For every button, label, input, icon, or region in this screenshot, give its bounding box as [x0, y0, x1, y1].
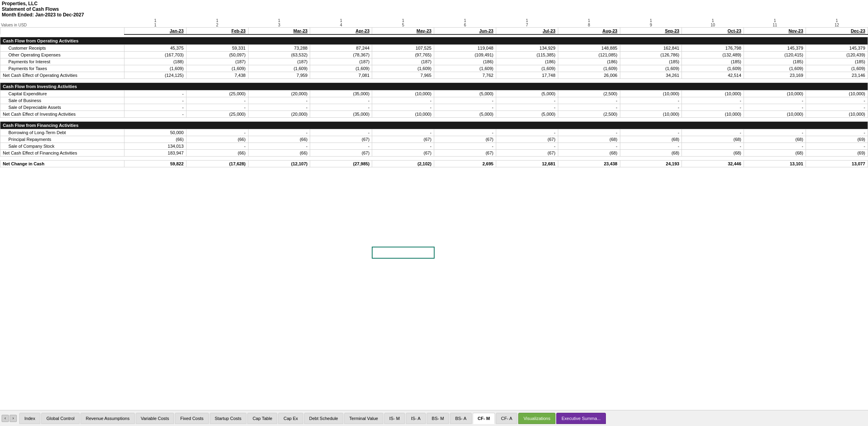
col12-row1: 1: [806, 18, 868, 23]
col3-row1: 1: [248, 18, 310, 23]
net-investing-sep: (10,000): [620, 111, 682, 117]
sale-dep-jun: -: [434, 104, 496, 111]
tab-cf-m[interactable]: CF- M: [473, 413, 495, 424]
net-operating-aug: 26,006: [558, 72, 620, 78]
net-financing-jan: 183,947: [124, 149, 186, 156]
other-operating-oct: (132,489): [682, 51, 744, 58]
tab-cf-a[interactable]: CF- A: [496, 413, 517, 424]
borrowing-jun: -: [434, 129, 496, 136]
net-operating-nov: 23,169: [744, 72, 806, 78]
principal-jul: (67): [496, 136, 558, 143]
tab-bs-a[interactable]: BS- A: [450, 413, 471, 424]
tab-cap-table[interactable]: Cap Table: [247, 413, 277, 424]
selected-cell[interactable]: [372, 247, 434, 258]
net-investing-mar: (20,000): [248, 111, 310, 117]
statement-title: Statement of Cash Flows: [2, 6, 866, 12]
borrowing-jan: 50,000: [124, 129, 186, 136]
capex-sep: (10,000): [620, 90, 682, 97]
payments-interest-aug: (186): [558, 58, 620, 65]
net-change-sep: 24,193: [620, 160, 682, 167]
other-operating-row: Other Operating Expenses (167,703) (50,0…: [0, 51, 868, 58]
tab-index[interactable]: Index: [19, 413, 40, 424]
payments-taxes-row: Payments for Taxes (1,609) (1,609) (1,60…: [0, 65, 868, 72]
col10-num: 10: [682, 23, 744, 28]
payments-taxes-aug: (1,609): [558, 65, 620, 72]
stock-jul: -: [496, 143, 558, 149]
capex-jan: -: [124, 90, 186, 97]
tab-visualizations[interactable]: Visualizations: [518, 413, 555, 424]
tab-debt-schedule[interactable]: Debt Schedule: [304, 413, 343, 424]
borrowing-sep: -: [620, 129, 682, 136]
sale-dep-oct: -: [682, 104, 744, 111]
sale-company-stock-row: Sale of Company Stock 134,013 - - - - - …: [0, 143, 868, 149]
tab-next-button[interactable]: ›: [10, 415, 17, 422]
operating-section-header: Cash Flow from Operating Activities: [0, 37, 868, 44]
nov-header: Nov-23: [744, 28, 806, 35]
net-operating-jun: 7,762: [434, 72, 496, 78]
stock-label: Sale of Company Stock: [0, 143, 124, 149]
stock-nov: -: [744, 143, 806, 149]
sale-business-sep: -: [620, 97, 682, 104]
net-financing-label: Net Cash Effect of Financing Activities: [0, 149, 124, 156]
sep-header: Sep-23: [620, 28, 682, 35]
customer-receipts-mar: 73,288: [248, 44, 310, 51]
spacer-4: [0, 156, 868, 160]
period-title: Month Ended: Jan-2023 to Dec-2027: [2, 12, 866, 18]
net-change-row: Net Change in Cash 59,822 (17,628) (12,1…: [0, 160, 868, 167]
net-investing-feb: (25,000): [186, 111, 248, 117]
spreadsheet-container[interactable]: Properties, LLC Statement of Cash Flows …: [0, 0, 868, 410]
sale-dep-sep: -: [620, 104, 682, 111]
net-financing-mar: (66): [248, 149, 310, 156]
payments-taxes-feb: (1,609): [186, 65, 248, 72]
col1-row1: 1: [124, 18, 186, 23]
tab-fixed-costs[interactable]: Fixed Costs: [175, 413, 208, 424]
sale-business-oct: -: [682, 97, 744, 104]
net-change-feb: (17,628): [186, 160, 248, 167]
borrowing-label: Borrowing of Long-Term Debt: [0, 129, 124, 136]
customer-receipts-sep: 162,841: [620, 44, 682, 51]
net-operating-label: Net Cash Effect of Operating Activities: [0, 72, 124, 78]
customer-receipts-jul: 134,929: [496, 44, 558, 51]
tab-prev-button[interactable]: ‹: [2, 415, 9, 422]
may-header: May-23: [372, 28, 434, 35]
tab-is-a[interactable]: IS- A: [406, 413, 426, 424]
net-operating-may: 7,965: [372, 72, 434, 78]
sale-dep-aug: -: [558, 104, 620, 111]
payments-taxes-jan: (1,609): [124, 65, 186, 72]
net-change-nov: 13,101: [744, 160, 806, 167]
principal-may: (67): [372, 136, 434, 143]
customer-receipts-dec: 145,379: [806, 44, 868, 51]
payments-interest-dec: (185): [806, 58, 868, 65]
investing-section-header: Cash Flow from Investing Activities: [0, 82, 868, 90]
stock-jan: 134,013: [124, 143, 186, 149]
tab-is-m[interactable]: IS- M: [384, 413, 405, 424]
net-financing-jun: (67): [434, 149, 496, 156]
customer-receipts-oct: 176,798: [682, 44, 744, 51]
col10-row1: 1: [682, 18, 744, 23]
borrowing-dec: -: [806, 129, 868, 136]
col5-row1: 1: [372, 18, 434, 23]
operating-title: Cash Flow from Operating Activities: [0, 37, 868, 44]
net-financing-may: (67): [372, 149, 434, 156]
tab-bs-m[interactable]: BS- M: [427, 413, 449, 424]
principal-jan: (66): [124, 136, 186, 143]
stock-apr: -: [310, 143, 372, 149]
capital-expenditure-label: Capital Expenditure: [0, 90, 124, 97]
tab-startup-costs[interactable]: Startup Costs: [210, 413, 247, 424]
sale-business-jul: -: [496, 97, 558, 104]
tab-cap-ex[interactable]: Cap Ex: [278, 413, 303, 424]
aug-header: Aug-23: [558, 28, 620, 35]
sale-business-feb: -: [186, 97, 248, 104]
tab-terminal-value[interactable]: Terminal Value: [344, 413, 383, 424]
financing-title: Cash Flow from Financing Activities: [0, 121, 868, 129]
tab-global-control[interactable]: Global Control: [41, 413, 80, 424]
tab-variable-costs[interactable]: Variable Costs: [136, 413, 174, 424]
sale-business-may: -: [372, 97, 434, 104]
col3-num: 3: [248, 23, 310, 28]
col12-num: 12: [806, 23, 868, 28]
sale-depreciable-label: Sale of Depreciable Assets: [0, 104, 124, 111]
tab-executive-summary[interactable]: Executive Summa...: [556, 413, 606, 424]
net-operating-jan: (124,125): [124, 72, 186, 78]
tab-revenue-assumptions[interactable]: Revenue Assumptions: [80, 413, 134, 424]
net-financing-nov: (68): [744, 149, 806, 156]
